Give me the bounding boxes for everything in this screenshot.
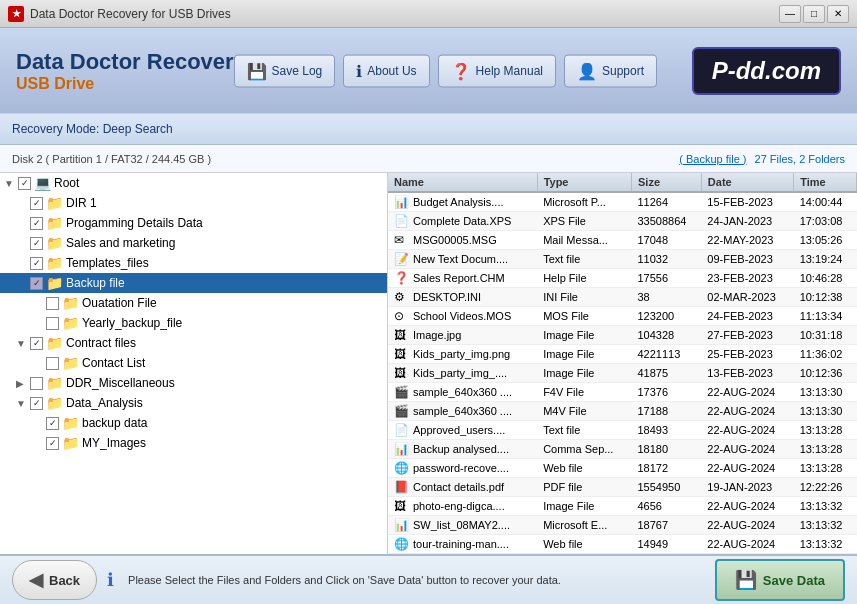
backup-link[interactable]: ( Backup file ) [679, 153, 746, 165]
tree-item-contract[interactable]: ▼ ✓ 📁 Contract files [0, 333, 387, 353]
about-us-button[interactable]: ℹ About Us [343, 54, 429, 87]
file-type-icon: ⚙ [394, 290, 410, 304]
checkbox-dir1[interactable]: ✓ [30, 197, 43, 210]
table-row[interactable]: 🎬 sample_640x360 .... M4V File 17188 22-… [388, 402, 857, 421]
file-type-icon: ✉ [394, 233, 410, 247]
col-date[interactable]: Date [701, 173, 793, 192]
cell-date: 13-FEB-2023 [701, 364, 793, 383]
table-row[interactable]: 🖼 Kids_party_img.png Image File 4221113 … [388, 345, 857, 364]
col-time[interactable]: Time [794, 173, 857, 192]
file-panel[interactable]: Name Type Size Date Time 📊 Budget Analys… [388, 173, 857, 554]
table-row[interactable]: 📊 SW_list_08MAY2.... Microsoft E... 1876… [388, 516, 857, 535]
cell-type: INI File [537, 288, 631, 307]
cell-size: 18180 [631, 440, 701, 459]
cell-name: 🎬 sample_640x360 .... [388, 383, 537, 402]
table-row[interactable]: 📊 Backup analysed.... Comma Sep... 18180… [388, 440, 857, 459]
tree-label-root: Root [54, 176, 79, 190]
checkbox-ouatation[interactable] [46, 297, 59, 310]
expand-data-analysis-icon[interactable]: ▼ [16, 398, 30, 409]
tree-item-backup[interactable]: ✓ 📁 Backup file [0, 273, 387, 293]
cell-type: Image File [537, 364, 631, 383]
help-manual-button[interactable]: ❓ Help Manual [438, 54, 556, 87]
cell-type: MOS File [537, 307, 631, 326]
table-row[interactable]: 🖼 Image.jpg Image File 104328 27-FEB-202… [388, 326, 857, 345]
table-row[interactable]: 🎬 sample_640x360 .... F4V File 17376 22-… [388, 383, 857, 402]
cell-name: 🖼 Kids_party_img.png [388, 345, 537, 364]
tree-item-sales[interactable]: ✓ 📁 Sales and marketing [0, 233, 387, 253]
cell-type: Mail Messa... [537, 231, 631, 250]
checkbox-data-analysis[interactable]: ✓ [30, 397, 43, 410]
checkbox-sales[interactable]: ✓ [30, 237, 43, 250]
cell-type: Web file [537, 535, 631, 554]
tree-item-my-images[interactable]: ✓ 📁 MY_Images [0, 433, 387, 453]
tree-label-dir1: DIR 1 [66, 196, 97, 210]
checkbox-templates[interactable]: ✓ [30, 257, 43, 270]
close-button[interactable]: ✕ [827, 5, 849, 23]
table-row[interactable]: 📄 Complete Data.XPS XPS File 33508864 24… [388, 212, 857, 231]
table-row[interactable]: ✉ MSG00005.MSG Mail Messa... 17048 22-MA… [388, 231, 857, 250]
checkbox-yearly[interactable] [46, 317, 59, 330]
checkbox-root[interactable]: ✓ [18, 177, 31, 190]
col-type[interactable]: Type [537, 173, 631, 192]
checkbox-progamming[interactable]: ✓ [30, 217, 43, 230]
minimize-button[interactable]: — [779, 5, 801, 23]
table-row[interactable]: 🖼 photo-eng-digca.... Image File 4656 22… [388, 497, 857, 516]
checkbox-ddr[interactable] [30, 377, 43, 390]
file-type-icon: 📝 [394, 252, 410, 266]
tree-item-contactlist[interactable]: 📁 Contact List [0, 353, 387, 373]
checkbox-backup[interactable]: ✓ [30, 277, 43, 290]
cell-size: 14949 [631, 535, 701, 554]
cell-type: Web file [537, 459, 631, 478]
table-row[interactable]: ⚙ DESKTOP.INI INI File 38 02-MAR-2023 10… [388, 288, 857, 307]
table-row[interactable]: ❓ Sales Report.CHM Help File 17556 23-FE… [388, 269, 857, 288]
maximize-button[interactable]: □ [803, 5, 825, 23]
tree-label-progamming: Progamming Details Data [66, 216, 203, 230]
table-row[interactable]: 📕 Contact details.pdf PDF file 1554950 1… [388, 478, 857, 497]
tree-item-ouatation[interactable]: 📁 Ouatation File [0, 293, 387, 313]
tree-item-backup-data[interactable]: ✓ 📁 backup data [0, 413, 387, 433]
tree-item-templates[interactable]: ✓ 📁 Templates_files [0, 253, 387, 273]
table-row[interactable]: 📝 New Text Docum.... Text file 11032 09-… [388, 250, 857, 269]
col-size[interactable]: Size [631, 173, 701, 192]
save-data-icon: 💾 [735, 569, 757, 591]
table-row[interactable]: ⊙ School Videos.MOS MOS File 123200 24-F… [388, 307, 857, 326]
cell-time: 10:12:36 [794, 364, 857, 383]
tree-panel[interactable]: ▼ ✓ 💻 Root ✓ 📁 DIR 1 ✓ 📁 Progamming Deta… [0, 173, 388, 554]
cell-date: 15-FEB-2023 [701, 192, 793, 212]
support-button[interactable]: 👤 Support [564, 54, 657, 87]
brand-title: Data Doctor Recovery [16, 49, 246, 75]
expand-ddr-icon[interactable]: ▶ [16, 378, 30, 389]
cell-name: ⚙ DESKTOP.INI [388, 288, 537, 307]
table-row[interactable]: 📊 Budget Analysis.... Microsoft P... 112… [388, 192, 857, 212]
checkbox-contactlist[interactable] [46, 357, 59, 370]
tree-item-progamming[interactable]: ✓ 📁 Progamming Details Data [0, 213, 387, 233]
tree-item-ddr[interactable]: ▶ 📁 DDR_Miscellaneous [0, 373, 387, 393]
cell-size: 38 [631, 288, 701, 307]
cell-date: 24-FEB-2023 [701, 307, 793, 326]
checkbox-my-images[interactable]: ✓ [46, 437, 59, 450]
save-log-icon: 💾 [247, 61, 267, 80]
tree-item-dir1[interactable]: ✓ 📁 DIR 1 [0, 193, 387, 213]
cell-name: 🎬 sample_640x360 .... [388, 402, 537, 421]
cell-time: 10:31:18 [794, 326, 857, 345]
table-row[interactable]: 🌐 tour-training-man.... Web file 14949 2… [388, 535, 857, 554]
checkbox-backup-data[interactable]: ✓ [46, 417, 59, 430]
tree-label-templates: Templates_files [66, 256, 149, 270]
expand-root-icon[interactable]: ▼ [4, 178, 18, 189]
checkbox-contract[interactable]: ✓ [30, 337, 43, 350]
col-name[interactable]: Name [388, 173, 537, 192]
back-button[interactable]: ◀ Back [12, 560, 97, 600]
cell-date: 22-MAY-2023 [701, 231, 793, 250]
save-data-button[interactable]: 💾 Save Data [715, 559, 845, 601]
save-data-label: Save Data [763, 573, 825, 588]
expand-contract-icon[interactable]: ▼ [16, 338, 30, 349]
save-log-button[interactable]: 💾 Save Log [234, 54, 336, 87]
table-row[interactable]: 🌐 password-recove.... Web file 18172 22-… [388, 459, 857, 478]
tree-item-root[interactable]: ▼ ✓ 💻 Root [0, 173, 387, 193]
table-row[interactable]: 📄 Approved_users.... Text file 18493 22-… [388, 421, 857, 440]
table-row[interactable]: 🖼 Kids_party_img_.... Image File 41875 1… [388, 364, 857, 383]
tree-item-yearly[interactable]: 📁 Yearly_backup_file [0, 313, 387, 333]
tree-item-data-analysis[interactable]: ▼ ✓ 📁 Data_Analysis [0, 393, 387, 413]
cell-date: 22-AUG-2024 [701, 516, 793, 535]
progamming-folder-icon: 📁 [46, 215, 63, 231]
